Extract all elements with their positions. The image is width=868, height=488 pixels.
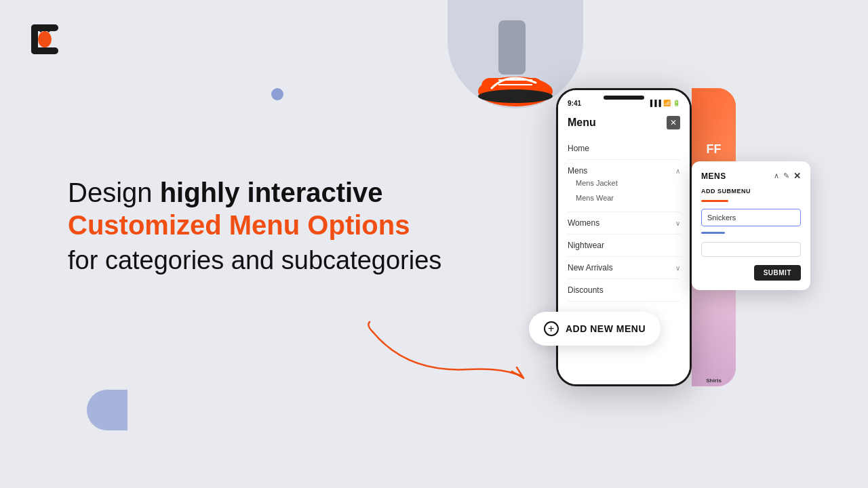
submenu-item-wear[interactable]: Mens Wear — [576, 190, 680, 205]
svg-rect-4 — [498, 20, 526, 75]
menu-item-womens-label: Womens — [568, 218, 599, 228]
phone-status-bar: 9:41 ▐▐▐ 📶 🔋 — [558, 90, 690, 109]
svg-rect-2 — [31, 24, 38, 54]
hero-line2: Customized Menu Options — [68, 209, 441, 241]
menu-item-new-arrivals[interactable]: New Arrivals ∨ — [568, 257, 680, 279]
popup-input-2[interactable] — [701, 242, 801, 257]
hero-text-block: Design highly interactive Customized Men… — [68, 176, 441, 277]
popup-edit-icon[interactable]: ✎ — [783, 171, 789, 180]
chevron-up-icon: ∧ — [675, 167, 680, 175]
mens-submenu: Mens Jacket Mens Wear — [568, 176, 680, 205]
decorative-dot — [271, 88, 283, 100]
hero-line1-normal: Design — [68, 178, 160, 207]
menu-close-button[interactable]: ✕ — [667, 116, 680, 129]
submenu-popup: MENS ∧ ✎ ✕ ADD SUBMENU SUBMIT — [692, 161, 810, 290]
wifi-icon: 📶 — [663, 100, 671, 106]
chevron-down-icon: ∨ — [675, 220, 680, 227]
submenu-item-jacket[interactable]: Mens Jacket — [576, 176, 680, 190]
menu-item-nightwear-label: Nightwear — [568, 241, 604, 250]
status-icons: ▐▐▐ 📶 🔋 — [648, 100, 680, 106]
popup-title: MENS — [701, 171, 726, 181]
chevron-down-icon-2: ∨ — [675, 264, 680, 272]
svg-point-3 — [38, 31, 52, 47]
logo — [27, 22, 62, 57]
menu-item-mens[interactable]: Mens ∧ Mens Jacket Mens Wear — [568, 160, 680, 212]
menu-item-mens-label: Mens — [568, 166, 587, 176]
menu-item-discounts-label: Discounts — [568, 285, 604, 295]
mens-row: Mens ∧ — [568, 166, 680, 176]
popup-section-title: ADD SUBMENU — [701, 188, 801, 195]
menu-item-new-arrivals-label: New Arrivals — [568, 263, 613, 272]
add-menu-label: ADD NEW MENU — [566, 323, 646, 334]
popup-chevron-icon[interactable]: ∧ — [774, 171, 779, 180]
popup-blue-divider — [701, 232, 725, 234]
popup-header: MENS ∧ ✎ ✕ — [701, 171, 801, 181]
battery-icon: 🔋 — [673, 100, 680, 106]
menu-item-discounts[interactable]: Discounts — [568, 279, 680, 302]
status-time: 9:41 — [568, 100, 581, 107]
plus-icon: + — [544, 321, 559, 336]
submenu-input[interactable] — [701, 209, 801, 226]
decorative-arrow — [366, 319, 542, 386]
popup-close-button[interactable]: ✕ — [793, 171, 801, 181]
hero-line1-bold: highly interactive — [160, 178, 383, 207]
add-new-menu-button[interactable]: + ADD NEW MENU — [529, 312, 660, 346]
popup-submit-button[interactable]: SUBMIT — [754, 265, 801, 281]
close-icon: ✕ — [670, 118, 677, 127]
menu-item-nightwear[interactable]: Nightwear — [568, 235, 680, 257]
plus-symbol: + — [548, 323, 555, 335]
signal-icon: ▐▐▐ — [648, 100, 661, 106]
phone-notch — [604, 96, 644, 100]
svg-point-7 — [478, 89, 553, 103]
menu-item-home-label: Home — [568, 144, 589, 153]
hero-line3: for categories and subcategories — [68, 244, 441, 277]
menu-item-home[interactable]: Home — [568, 138, 680, 160]
hero-line1: Design highly interactive — [68, 176, 441, 209]
menu-item-womens[interactable]: Womens ∨ — [568, 212, 680, 235]
menu-title: Menu — [568, 117, 596, 129]
popup-action-buttons: ∧ ✎ ✕ — [774, 171, 801, 181]
popup-orange-divider — [701, 200, 728, 202]
decorative-half-circle — [87, 390, 127, 430]
menu-header: Menu ✕ — [568, 116, 680, 129]
